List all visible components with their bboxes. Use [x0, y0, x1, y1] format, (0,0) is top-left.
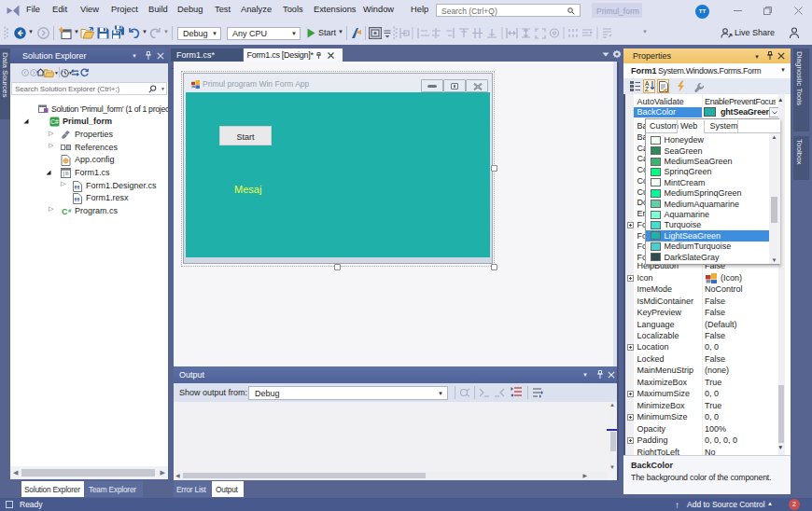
- svg-text:#: #: [68, 208, 72, 214]
- svg-text:C#: C#: [50, 118, 59, 125]
- svg-text:C: C: [62, 207, 68, 216]
- svg-text:Z: Z: [645, 86, 649, 91]
